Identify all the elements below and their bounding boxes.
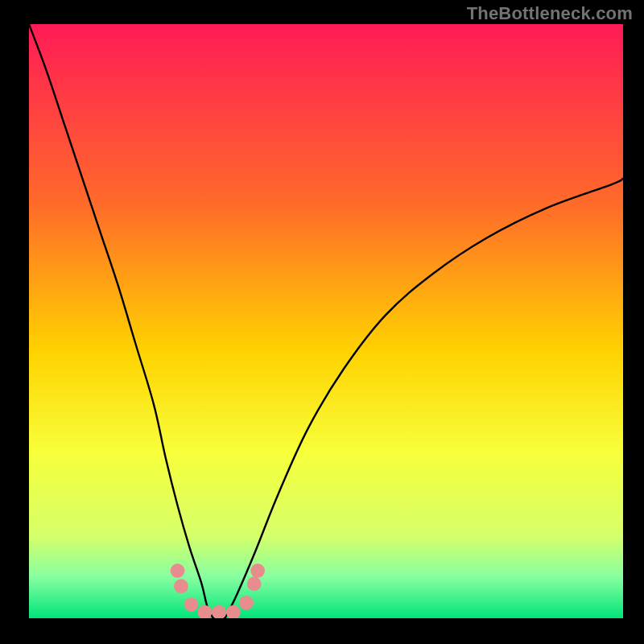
dot	[184, 597, 199, 612]
gradient-background	[29, 24, 623, 618]
dot	[174, 579, 188, 593]
bottleneck-curve-chart	[29, 24, 623, 618]
chart-frame: TheBottleneck.com	[0, 0, 644, 644]
dot	[250, 564, 265, 578]
dot	[171, 564, 185, 578]
plot-area	[29, 24, 623, 618]
dot	[247, 576, 262, 591]
watermark-text: TheBottleneck.com	[467, 3, 633, 24]
dot	[239, 596, 254, 610]
